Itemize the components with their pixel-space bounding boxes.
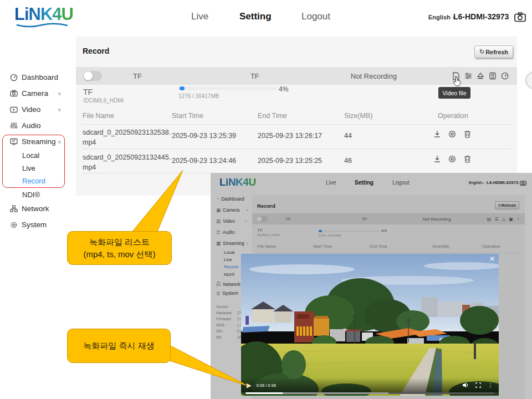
video-player-modal: ✕ <box>241 254 499 396</box>
video-controls-bar: ▶ 0:06 / 0:38 ⋮ <box>241 378 499 392</box>
start-time: 2025-09-23 13:25:39 <box>172 132 236 140</box>
row-divider <box>82 149 511 149</box>
refresh-button[interactable]: ↻ Refresh <box>474 45 513 58</box>
record-status-bar: TF TF Not Recording <box>76 67 517 85</box>
network-icon <box>10 205 18 212</box>
preview-eye-icon[interactable] <box>446 130 459 138</box>
delete-trash-icon[interactable] <box>461 130 474 138</box>
storage-disk-icon[interactable] <box>487 72 498 80</box>
col-start-time: Start Time <box>172 112 203 120</box>
storage-usage-bar <box>178 86 277 90</box>
file-size: 44 <box>344 132 352 140</box>
logo-swoosh <box>16 22 69 28</box>
end-time: 2025-09-23 13:26:17 <box>258 132 322 140</box>
fullscreen-icon[interactable] <box>475 382 481 388</box>
storage-usage-percent: 4% <box>279 85 288 93</box>
video-icon <box>10 106 18 113</box>
eject-icon[interactable] <box>474 72 486 80</box>
sidebar-item-system[interactable]: System <box>10 221 47 229</box>
refresh-icon: ↻ <box>479 48 484 55</box>
row-operations <box>431 130 474 140</box>
record-toggle[interactable] <box>83 71 102 81</box>
toggle-knob <box>84 71 93 80</box>
edge-floating-button[interactable] <box>525 71 532 89</box>
snapshot-camera-icon[interactable] <box>514 12 526 22</box>
audio-icon <box>10 122 18 129</box>
chevron-down-icon[interactable]: ∨ <box>58 91 62 96</box>
page: LiNK4U Live Setting Logout English ∨ L6-… <box>0 0 532 399</box>
video-file-tooltip: Video file <box>438 87 470 99</box>
sidebar-item-network[interactable]: Network <box>10 204 49 213</box>
top-header: LiNK4U Live Setting Logout English ∨ L6-… <box>0 0 532 34</box>
storage-name: TF <box>83 88 93 96</box>
callout-text-line: 녹화파일 리스트 <box>68 236 171 248</box>
storage-usage-text: 1276 / 30417MB <box>178 93 219 99</box>
sidebar-label: Video <box>22 105 40 114</box>
callout-text-line: 녹화파일 즉시 재생 <box>68 341 170 351</box>
page-title: Record <box>83 47 109 55</box>
video-progress-played <box>245 392 283 394</box>
storage-type-1: TF <box>133 72 142 80</box>
player-menu-icon[interactable]: ⋮ <box>488 382 493 388</box>
language-label: English <box>428 14 451 21</box>
col-operation: Operation <box>438 112 468 120</box>
sidebar-item-dashboard[interactable]: Dashboard <box>10 73 58 81</box>
record-panel: Record ↻ Refresh TF TF Not Recording <box>76 37 517 196</box>
storage-usage-fill <box>180 86 185 90</box>
table-header-row: File Name Start Time End Time Size(MB) O… <box>76 109 517 124</box>
sidebar-item-audio[interactable]: Audio <box>10 121 41 130</box>
inset-screenshot: LiNK4U Live Setting Logout English∨ L6-H… <box>211 173 532 399</box>
camera-icon <box>10 90 18 97</box>
sidebar-label: Camera <box>22 89 48 98</box>
nav-live[interactable]: Live <box>191 11 208 22</box>
video-frame-scene <box>241 254 499 396</box>
callout-file-list: 녹화파일 리스트 (mp4, ts, mov 선택) <box>67 231 172 265</box>
storage-type-2: TF <box>250 72 259 80</box>
chevron-down-icon[interactable]: ∨ <box>58 107 62 112</box>
col-file-name: File Name <box>83 112 114 120</box>
callout-instant-play: 녹화파일 즉시 재생 <box>67 329 171 363</box>
sidebar-label: Audio <box>22 121 41 130</box>
nav-logout[interactable]: Logout <box>301 11 330 22</box>
video-progress-buffered <box>283 392 388 394</box>
sidebar: Dashboard Camera ∨ Video ∨ <box>0 34 70 399</box>
play-button[interactable]: ▶ <box>247 382 251 389</box>
col-end-time: End Time <box>258 112 287 120</box>
download-icon[interactable] <box>431 130 444 138</box>
delete-trash-icon[interactable] <box>461 155 474 163</box>
mouse-cursor-hand <box>453 76 462 86</box>
row-divider <box>82 124 511 125</box>
file-name: sdcard_0_20250923132538.mp4 <box>83 128 171 147</box>
storage-path: /DCIM/L6_HDMI <box>83 98 124 104</box>
preview-eye-icon[interactable] <box>446 155 459 163</box>
gear-icon <box>10 221 18 229</box>
sidebar-item-camera[interactable]: Camera <box>10 89 48 98</box>
sidebar-item-video[interactable]: Video <box>10 105 40 114</box>
start-time: 2025-09-23 13:24:46 <box>172 157 236 165</box>
row-operations <box>431 155 474 165</box>
streaming-highlight-outline <box>2 135 65 188</box>
recording-status: Not Recording <box>351 72 397 80</box>
video-progress-bar[interactable] <box>245 392 494 394</box>
end-time: 2025-09-23 13:25:25 <box>258 157 322 165</box>
nav-setting[interactable]: Setting <box>239 11 272 22</box>
file-size: 46 <box>344 157 352 165</box>
sidebar-item-ndi[interactable]: NDI® <box>22 191 40 199</box>
callout-text-line: (mp4, ts, mov 선택) <box>68 248 171 260</box>
speed-gauge-icon[interactable] <box>499 72 510 80</box>
refresh-label: Refresh <box>485 49 508 55</box>
col-size: Size(MB) <box>344 112 372 120</box>
language-selector[interactable]: English ∨ <box>428 14 456 21</box>
close-icon[interactable]: ✕ <box>489 255 495 263</box>
logo: LiNK4U <box>14 4 73 24</box>
sidebar-label: System <box>22 221 47 229</box>
sidebar-label: Dashboard <box>22 73 58 81</box>
volume-icon[interactable] <box>463 382 469 388</box>
dashboard-icon <box>10 74 18 81</box>
device-name: L6-HDMI-32973 <box>453 12 509 21</box>
download-icon[interactable] <box>431 155 444 163</box>
video-time: 0:06 / 0:38 <box>256 383 275 388</box>
sidebar-label: Network <box>22 204 49 213</box>
record-settings-icon[interactable] <box>462 72 474 80</box>
file-name: sdcard_0_20250923132445.mp4 <box>83 153 171 172</box>
